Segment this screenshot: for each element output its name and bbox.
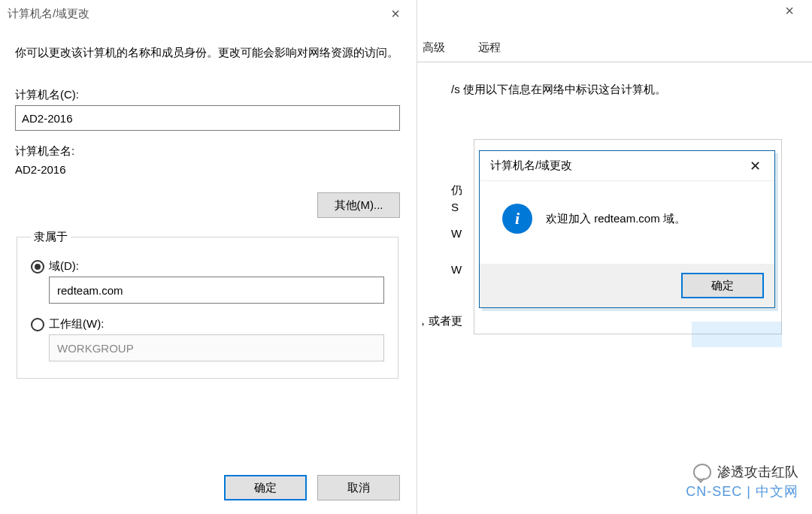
workgroup-input [49, 334, 384, 361]
bg-tabstrip: 高级 远程 [406, 34, 812, 62]
bg-change-button-hint [692, 322, 782, 347]
radio-unchecked-icon [31, 318, 44, 331]
close-icon[interactable]: × [774, 0, 804, 23]
radio-domain[interactable]: 域(D): [31, 259, 384, 274]
domain-input[interactable] [49, 277, 384, 304]
msgbox-title: 计算机名/域更改 [490, 159, 740, 173]
computer-name-label: 计算机名(C): [15, 88, 400, 102]
bg-text-fragment: S [451, 201, 459, 213]
dialog-intro-text: 你可以更改该计算机的名称和成员身份。更改可能会影响对网络资源的访问。 [15, 44, 400, 61]
computer-name-input[interactable] [15, 105, 400, 131]
full-name-label: 计算机全名: [15, 144, 400, 159]
rename-domain-dialog: 计算机名/域更改 × 你可以更改该计算机的名称和成员身份。更改可能会影响对网络资… [0, 0, 417, 514]
info-icon: i [502, 204, 532, 234]
bg-text-fragment: W [451, 263, 462, 276]
radio-checked-icon [31, 260, 44, 274]
msgbox-titlebar: 计算机名/域更改 ✕ [480, 151, 774, 181]
member-of-group: 隶属于 域(D): 工作组(W): [17, 230, 398, 379]
full-name-value: AD2-2016 [15, 163, 400, 176]
bg-text-fragment: W [451, 227, 462, 240]
radio-domain-label: 域(D): [49, 259, 79, 274]
close-icon[interactable]: × [380, 5, 411, 23]
radio-workgroup[interactable]: 工作组(W): [31, 317, 384, 331]
close-icon[interactable]: ✕ [740, 158, 770, 174]
member-of-legend: 隶属于 [31, 230, 71, 244]
msgbox-ok-button[interactable]: 确定 [681, 273, 764, 298]
tab-remote[interactable]: 远程 [462, 35, 517, 61]
bg-description: /s 使用以下信息在网络中标识这台计算机。 [451, 83, 797, 97]
bg-text-fragment: 仍 [451, 183, 462, 198]
ok-button[interactable]: 确定 [224, 475, 307, 500]
msgbox-text: 欢迎加入 redteam.com 域。 [546, 212, 686, 226]
dialog-titlebar: 计算机名/域更改 × [0, 0, 417, 27]
dialog-title: 计算机名/域更改 [8, 7, 380, 21]
radio-workgroup-label: 工作组(W): [49, 317, 104, 331]
other-button[interactable]: 其他(M)... [317, 192, 400, 218]
welcome-domain-msgbox: 计算机名/域更改 ✕ i 欢迎加入 redteam.com 域。 确定 [479, 150, 775, 308]
cancel-button[interactable]: 取消 [317, 475, 400, 500]
